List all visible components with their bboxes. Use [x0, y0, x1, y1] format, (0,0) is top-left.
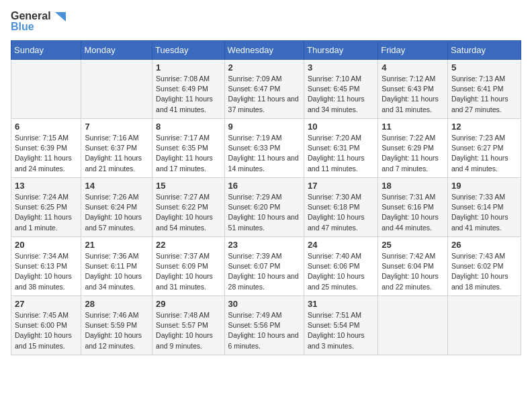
calendar-cell: 21Sunrise: 7:36 AMSunset: 6:11 PMDayligh… [81, 237, 152, 296]
calendar-cell: 31Sunrise: 7:51 AMSunset: 5:54 PMDayligh… [304, 296, 378, 355]
day-info: Sunrise: 7:23 AMSunset: 6:27 PMDaylight:… [451, 133, 517, 174]
day-header-friday: Friday [378, 41, 448, 60]
day-number: 29 [156, 299, 220, 309]
calendar-cell: 2Sunrise: 7:09 AMSunset: 6:47 PMDaylight… [224, 60, 304, 119]
calendar-week-1: 1Sunrise: 7:08 AMSunset: 6:49 PMDaylight… [11, 60, 521, 119]
calendar-cell [11, 60, 81, 119]
calendar-cell [447, 296, 521, 355]
calendar-week-5: 27Sunrise: 7:45 AMSunset: 6:00 PMDayligh… [11, 296, 521, 355]
page-header: General Blue [11, 11, 521, 32]
logo-arrow-icon [55, 12, 66, 21]
calendar-cell: 24Sunrise: 7:40 AMSunset: 6:06 PMDayligh… [304, 237, 378, 296]
day-info: Sunrise: 7:33 AMSunset: 6:14 PMDaylight:… [451, 192, 517, 233]
calendar-cell: 25Sunrise: 7:42 AMSunset: 6:04 PMDayligh… [378, 237, 448, 296]
calendar-cell: 19Sunrise: 7:33 AMSunset: 6:14 PMDayligh… [447, 178, 521, 237]
day-info: Sunrise: 7:45 AMSunset: 6:00 PMDaylight:… [15, 310, 77, 351]
day-info: Sunrise: 7:46 AMSunset: 5:59 PMDaylight:… [85, 310, 148, 351]
day-info: Sunrise: 7:13 AMSunset: 6:41 PMDaylight:… [451, 74, 517, 115]
day-info: Sunrise: 7:22 AMSunset: 6:29 PMDaylight:… [382, 133, 444, 174]
calendar-cell: 10Sunrise: 7:20 AMSunset: 6:31 PMDayligh… [304, 119, 378, 178]
day-header-thursday: Thursday [304, 41, 378, 60]
day-info: Sunrise: 7:40 AMSunset: 6:06 PMDaylight:… [308, 251, 374, 292]
calendar-table: SundayMondayTuesdayWednesdayThursdayFrid… [11, 40, 521, 355]
calendar-week-4: 20Sunrise: 7:34 AMSunset: 6:13 PMDayligh… [11, 237, 521, 296]
calendar-week-3: 13Sunrise: 7:24 AMSunset: 6:25 PMDayligh… [11, 178, 521, 237]
day-number: 12 [451, 122, 517, 132]
calendar-cell: 13Sunrise: 7:24 AMSunset: 6:25 PMDayligh… [11, 178, 81, 237]
day-info: Sunrise: 7:09 AMSunset: 6:47 PMDaylight:… [228, 74, 300, 115]
day-info: Sunrise: 7:08 AMSunset: 6:49 PMDaylight:… [156, 74, 220, 115]
calendar-cell: 14Sunrise: 7:26 AMSunset: 6:24 PMDayligh… [81, 178, 152, 237]
day-number: 16 [228, 181, 300, 191]
calendar-week-2: 6Sunrise: 7:15 AMSunset: 6:39 PMDaylight… [11, 119, 521, 178]
day-number: 15 [156, 181, 220, 191]
day-number: 4 [382, 62, 444, 73]
calendar-cell: 9Sunrise: 7:19 AMSunset: 6:33 PMDaylight… [224, 119, 304, 178]
day-info: Sunrise: 7:39 AMSunset: 6:07 PMDaylight:… [228, 251, 300, 292]
day-info: Sunrise: 7:48 AMSunset: 5:57 PMDaylight:… [156, 310, 220, 351]
svg-marker-0 [55, 12, 66, 21]
calendar-cell: 7Sunrise: 7:16 AMSunset: 6:37 PMDaylight… [81, 119, 152, 178]
calendar-cell: 6Sunrise: 7:15 AMSunset: 6:39 PMDaylight… [11, 119, 81, 178]
day-info: Sunrise: 7:30 AMSunset: 6:18 PMDaylight:… [308, 192, 374, 233]
calendar-cell: 28Sunrise: 7:46 AMSunset: 5:59 PMDayligh… [81, 296, 152, 355]
day-info: Sunrise: 7:19 AMSunset: 6:33 PMDaylight:… [228, 133, 300, 174]
calendar-cell: 29Sunrise: 7:48 AMSunset: 5:57 PMDayligh… [152, 296, 224, 355]
calendar-cell: 30Sunrise: 7:49 AMSunset: 5:56 PMDayligh… [224, 296, 304, 355]
day-info: Sunrise: 7:15 AMSunset: 6:39 PMDaylight:… [15, 133, 77, 174]
day-number: 3 [308, 62, 374, 73]
calendar-cell: 27Sunrise: 7:45 AMSunset: 6:00 PMDayligh… [11, 296, 81, 355]
day-number: 2 [228, 62, 300, 73]
day-number: 1 [156, 62, 220, 73]
day-info: Sunrise: 7:31 AMSunset: 6:16 PMDaylight:… [382, 192, 444, 233]
day-info: Sunrise: 7:43 AMSunset: 6:02 PMDaylight:… [451, 251, 517, 292]
calendar-cell: 22Sunrise: 7:37 AMSunset: 6:09 PMDayligh… [152, 237, 224, 296]
calendar-cell: 23Sunrise: 7:39 AMSunset: 6:07 PMDayligh… [224, 237, 304, 296]
day-number: 30 [228, 299, 300, 309]
day-number: 8 [156, 122, 220, 132]
day-number: 25 [382, 240, 444, 250]
calendar-cell: 18Sunrise: 7:31 AMSunset: 6:16 PMDayligh… [378, 178, 448, 237]
day-header-wednesday: Wednesday [224, 41, 304, 60]
logo-blue: Blue [11, 21, 66, 32]
calendar-cell: 26Sunrise: 7:43 AMSunset: 6:02 PMDayligh… [447, 237, 521, 296]
day-number: 26 [451, 240, 517, 250]
day-info: Sunrise: 7:37 AMSunset: 6:09 PMDaylight:… [156, 251, 220, 292]
day-number: 24 [308, 240, 374, 250]
day-number: 22 [156, 240, 220, 250]
calendar-cell: 15Sunrise: 7:27 AMSunset: 6:22 PMDayligh… [152, 178, 224, 237]
calendar-cell: 8Sunrise: 7:17 AMSunset: 6:35 PMDaylight… [152, 119, 224, 178]
day-info: Sunrise: 7:42 AMSunset: 6:04 PMDaylight:… [382, 251, 444, 292]
logo-general: General [11, 11, 66, 21]
calendar-cell: 12Sunrise: 7:23 AMSunset: 6:27 PMDayligh… [447, 119, 521, 178]
day-info: Sunrise: 7:49 AMSunset: 5:56 PMDaylight:… [228, 310, 300, 351]
calendar-cell: 4Sunrise: 7:12 AMSunset: 6:43 PMDaylight… [378, 60, 448, 119]
header-row: SundayMondayTuesdayWednesdayThursdayFrid… [11, 41, 521, 60]
day-info: Sunrise: 7:12 AMSunset: 6:43 PMDaylight:… [382, 74, 444, 115]
day-number: 31 [308, 299, 374, 309]
calendar-cell: 3Sunrise: 7:10 AMSunset: 6:45 PMDaylight… [304, 60, 378, 119]
day-number: 21 [85, 240, 148, 250]
day-number: 11 [382, 122, 444, 132]
day-header-tuesday: Tuesday [152, 41, 224, 60]
logo: General Blue [11, 11, 66, 32]
day-number: 28 [85, 299, 148, 309]
calendar-cell: 1Sunrise: 7:08 AMSunset: 6:49 PMDaylight… [152, 60, 224, 119]
calendar-cell: 16Sunrise: 7:29 AMSunset: 6:20 PMDayligh… [224, 178, 304, 237]
day-header-monday: Monday [81, 41, 152, 60]
day-info: Sunrise: 7:16 AMSunset: 6:37 PMDaylight:… [85, 133, 148, 174]
day-number: 14 [85, 181, 148, 191]
calendar-cell [81, 60, 152, 119]
calendar-cell: 5Sunrise: 7:13 AMSunset: 6:41 PMDaylight… [447, 60, 521, 119]
day-info: Sunrise: 7:20 AMSunset: 6:31 PMDaylight:… [308, 133, 374, 174]
calendar-cell [378, 296, 448, 355]
calendar-cell: 20Sunrise: 7:34 AMSunset: 6:13 PMDayligh… [11, 237, 81, 296]
day-number: 5 [451, 62, 517, 73]
day-info: Sunrise: 7:17 AMSunset: 6:35 PMDaylight:… [156, 133, 220, 174]
day-number: 17 [308, 181, 374, 191]
day-number: 6 [15, 122, 77, 132]
day-number: 7 [85, 122, 148, 132]
day-info: Sunrise: 7:27 AMSunset: 6:22 PMDaylight:… [156, 192, 220, 233]
calendar-cell: 11Sunrise: 7:22 AMSunset: 6:29 PMDayligh… [378, 119, 448, 178]
day-info: Sunrise: 7:36 AMSunset: 6:11 PMDaylight:… [85, 251, 148, 292]
